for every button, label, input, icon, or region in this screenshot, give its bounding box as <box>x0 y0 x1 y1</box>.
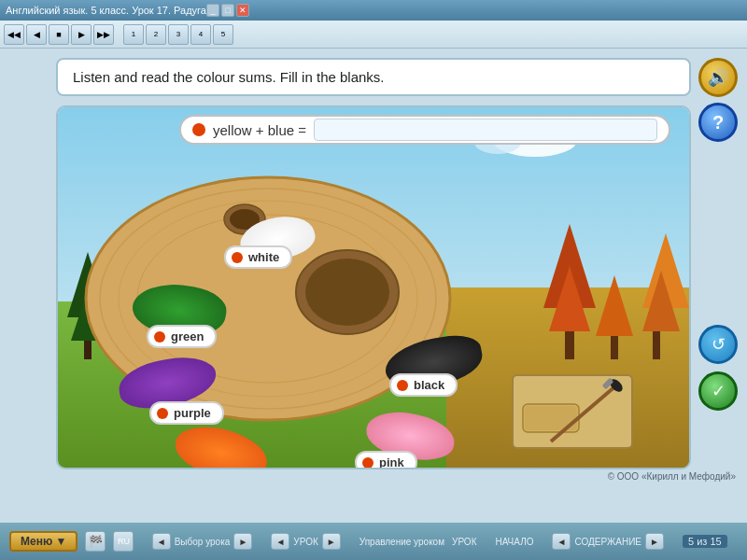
toolbar-back-button[interactable]: ◀◀ <box>4 24 24 45</box>
titlebar-title: Английский язык. 5 класс. Урок 17. Радуг… <box>6 5 206 16</box>
help-icon: ? <box>712 112 724 133</box>
toolbar-prev-button[interactable]: ◀ <box>26 24 47 45</box>
badge-label-purple: purple <box>174 406 211 420</box>
equation-text: yellow + blue = <box>213 122 306 138</box>
check-icon: ✓ <box>712 381 726 401</box>
activity-area: white green purple orange black pink yel… <box>56 105 691 469</box>
toolbar: ◀◀ ◀ ■ ▶ ▶▶ 1 2 3 4 5 <box>0 21 747 49</box>
bottom-center: ◄ Выбор урока ► ◄ УРОК ► Управление урок… <box>141 533 738 550</box>
badge-dot-purple <box>157 408 168 419</box>
lesson-select-nav: ◄ Выбор урока ► <box>152 533 253 550</box>
urok-next-button[interactable]: ► <box>322 533 341 550</box>
equation-bar: yellow + blue = <box>179 115 670 145</box>
badge-label-pink: pink <box>379 455 404 469</box>
titlebar-controls: _ □ ✕ <box>206 4 249 17</box>
badge-dot-green <box>154 331 165 343</box>
minimize-button[interactable]: _ <box>206 4 219 17</box>
urок-prev-button[interactable]: ◄ <box>271 533 289 550</box>
brush-svg <box>514 376 635 451</box>
badge-dot-black <box>397 380 408 391</box>
right-nav: ↺ ✓ <box>698 325 738 411</box>
toolbar-5-button[interactable]: 5 <box>213 24 233 45</box>
badge-dot-pink <box>362 457 374 469</box>
right-icons: 🔊 ? <box>698 58 738 142</box>
toolbar-fwd-button[interactable]: ▶▶ <box>93 24 114 45</box>
badge-white: white <box>224 245 292 269</box>
copyright: © ООО «Кирилл и Мефодий» <box>608 471 736 482</box>
badge-black: black <box>389 373 458 397</box>
equation-input[interactable] <box>314 119 657 141</box>
close-button[interactable]: ✕ <box>236 4 249 17</box>
main-content: Listen and read the colour sums. Fill in… <box>0 49 747 523</box>
maximize-button[interactable]: □ <box>221 4 234 17</box>
bottom-icon-2[interactable]: RU <box>113 531 134 552</box>
help-button[interactable]: ? <box>698 103 738 142</box>
badge-label-green: green <box>171 329 204 343</box>
bottom-bar: Меню ▼ 🏁 RU ◄ Выбор урока ► ◄ УРОК ► Упр… <box>0 523 747 560</box>
lesson-prev-button[interactable]: ◄ <box>152 533 171 550</box>
instruction-box: Listen and read the colour sums. Fill in… <box>56 58 691 96</box>
svg-point-5 <box>305 259 389 326</box>
lesson-nav: ◄ УРОК ► <box>271 533 340 550</box>
refresh-button[interactable]: ↺ <box>698 325 738 364</box>
lesson-next-button[interactable]: ► <box>233 533 252 550</box>
toolbar-3-button[interactable]: 3 <box>168 24 189 45</box>
badge-label-black: black <box>414 378 444 392</box>
lesson-manage-nav: Управление уроком УРОК <box>359 537 477 547</box>
refresh-icon: ↺ <box>712 334 726 355</box>
toolbar-2-button[interactable]: 2 <box>146 24 166 45</box>
autumn-tree-1 <box>642 233 670 359</box>
badge-green: green <box>147 325 217 348</box>
content-nav: ◄ СОДЕРЖАНИЕ ► <box>552 533 664 550</box>
menu-button[interactable]: Меню ▼ <box>9 531 78 552</box>
toolbar-4-button[interactable]: 4 <box>190 24 211 45</box>
autumn-tree-2 <box>596 275 633 359</box>
autumn-tree-3 <box>543 224 596 359</box>
toolbar-stop-button[interactable]: ■ <box>49 24 69 45</box>
badge-dot-white <box>232 252 243 263</box>
toolbar-1-button[interactable]: 1 <box>123 24 144 45</box>
content-prev-button[interactable]: ◄ <box>552 533 571 550</box>
brush-area <box>512 374 633 449</box>
page-indicator: 5 из 15 <box>683 535 727 548</box>
badge-pink: pink <box>355 451 417 469</box>
sound-button[interactable]: 🔊 <box>698 58 738 97</box>
content-next-button[interactable]: ► <box>645 533 664 550</box>
instruction-text: Listen and read the colour sums. Fill in… <box>73 69 385 85</box>
badge-purple: purple <box>149 401 224 425</box>
sound-icon: 🔊 <box>708 67 728 88</box>
check-button[interactable]: ✓ <box>698 371 738 411</box>
badge-label-white: white <box>248 250 279 264</box>
toolbar-next-button[interactable]: ▶ <box>71 24 92 45</box>
bottom-icon-1[interactable]: 🏁 <box>85 531 106 552</box>
titlebar: Английский язык. 5 класс. Урок 17. Радуг… <box>0 0 747 21</box>
start-nav: НАЧАЛО <box>495 537 533 547</box>
equation-dot <box>192 123 205 136</box>
